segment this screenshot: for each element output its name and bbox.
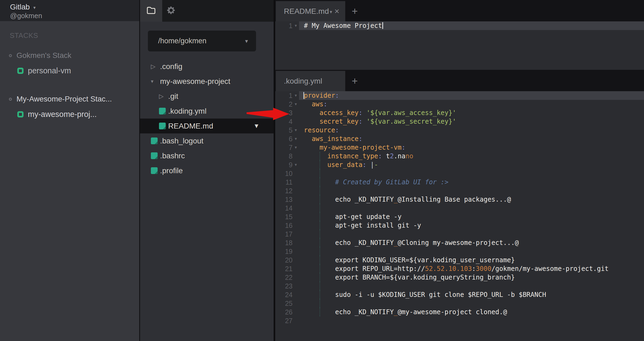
code-line[interactable]: 18 echo _KD_NOTIFY_@Cloning my-awesome-p…	[275, 238, 644, 247]
code-line[interactable]: 12	[275, 186, 644, 195]
fold-icon[interactable]: ▾	[293, 126, 299, 135]
new-tab-button[interactable]: +	[345, 1, 364, 21]
code-line[interactable]: 6▾ aws_instance:	[275, 135, 644, 143]
new-tab-button[interactable]: +	[345, 71, 364, 91]
code-line[interactable]: 27	[275, 316, 644, 325]
item-menu-caret-icon[interactable]: ▼	[253, 122, 260, 130]
tab-caret-icon[interactable]: ▾	[330, 8, 332, 15]
code-line[interactable]: 14	[275, 204, 644, 212]
fold-icon[interactable]: ▾	[293, 21, 299, 30]
line-code: apt-get install git -y	[299, 221, 644, 230]
code-token: aws	[312, 100, 323, 108]
code-line[interactable]: 5▾resource:	[275, 126, 644, 135]
code-line[interactable]: 22 export BRANCH=${var.koding_queryStrin…	[275, 273, 644, 282]
code-line[interactable]: 19	[275, 247, 644, 256]
indent-guide-line	[320, 290, 320, 299]
disclosure-icon[interactable]: ▷	[151, 63, 160, 70]
code-line[interactable]: 1▾# My Awesome Project	[275, 21, 644, 30]
code-line[interactable]: 24 sudo -i -u $KODING_USER git clone $RE…	[275, 290, 644, 299]
fold-icon[interactable]: ▾	[293, 100, 299, 109]
code-token: instance_type	[327, 152, 378, 160]
vm-item[interactable]: personal-vm	[0, 66, 139, 75]
code-line[interactable]: 26 echo _KD_NOTIFY_@my-awesome-project c…	[275, 308, 644, 316]
code-line[interactable]: 9▾ user_data: |-	[275, 160, 644, 169]
tree-item-label: .bashrc	[160, 152, 185, 160]
stack-title[interactable]: My-Awesome-Project Stac...	[0, 95, 139, 103]
line-gutter: 7▾	[275, 143, 299, 152]
code-line[interactable]: 23	[275, 282, 644, 290]
disclosure-icon[interactable]: ▾	[151, 78, 160, 84]
code-line[interactable]: 10	[275, 169, 644, 178]
line-number: 3	[289, 109, 293, 117]
line-code	[299, 204, 644, 212]
code-line[interactable]: 13 echo _KD_NOTIFY_@Installing Base pack…	[275, 195, 644, 204]
team-switcher[interactable]: Gitlab ▾ @gokmen	[0, 0, 139, 21]
files-tab[interactable]	[140, 0, 162, 22]
fold-icon[interactable]: ▾	[293, 160, 299, 169]
text-cursor	[303, 92, 304, 99]
fold-icon	[293, 247, 299, 256]
tree-item-label: .config	[160, 62, 182, 71]
code-line[interactable]: 4 secret_key: '${var.aws_secret_key}'	[275, 117, 644, 126]
close-icon[interactable]: ×	[334, 7, 339, 15]
line-number: 9	[289, 160, 293, 169]
koding-yml-editor[interactable]: 1▾provider:2▾ aws:3 access_key: '${var.a…	[275, 91, 644, 341]
code-token: my-awesome-project-vm	[320, 144, 401, 151]
disclosure-icon[interactable]: ▷	[159, 93, 168, 100]
fold-icon	[293, 273, 299, 282]
fold-icon[interactable]: ▾	[293, 91, 299, 100]
tree-item-bashrc[interactable]: .bashrc	[140, 148, 274, 163]
tree-item-label: .koding.yml	[168, 107, 207, 116]
code-line[interactable]: 1▾provider:	[275, 91, 644, 100]
chevron-down-icon: ▾	[245, 38, 248, 44]
fold-icon[interactable]: ▾	[293, 135, 299, 143]
tab-readme-md[interactable]: README.md ▾ ×	[276, 1, 345, 21]
code-token: :	[472, 265, 476, 273]
code-token: export BRANCH=${var.koding_queryString_b…	[304, 274, 515, 281]
stack-title[interactable]: Gokmen's Stack	[0, 51, 139, 60]
code-token: @Installing Base packages...@	[398, 196, 511, 203]
fold-icon	[293, 290, 299, 299]
code-token: :	[378, 152, 382, 160]
tree-item-my-awesome-project[interactable]: ▾my-awesome-project	[140, 74, 274, 89]
file-icon	[151, 167, 160, 174]
code-line[interactable]: 3 access_key: '${var.aws_access_key}'	[275, 109, 644, 117]
code-token: export KODING_USER=${var.koding_user_use…	[304, 256, 515, 264]
line-code: aws_instance:	[299, 135, 644, 143]
path-selector[interactable]: /home/gokmen ▾	[148, 31, 256, 51]
line-number: 1	[289, 21, 293, 30]
fold-icon	[293, 299, 299, 308]
line-code: apt-get update -y	[299, 212, 644, 221]
indent-guide-line	[320, 256, 320, 264]
stack-name: Gokmen's Stack	[16, 51, 71, 60]
tree-item-git[interactable]: ▷.git	[140, 89, 274, 104]
tree-item-config[interactable]: ▷.config	[140, 59, 274, 74]
code-line[interactable]: 11 # Created by GitLab UI for :>	[275, 178, 644, 186]
code-line[interactable]: 7▾ my-awesome-project-vm:	[275, 143, 644, 152]
fold-icon[interactable]: ▾	[293, 143, 299, 152]
line-code	[299, 186, 644, 195]
tree-item-profile[interactable]: .profile	[140, 163, 274, 178]
tab-koding-yml[interactable]: .koding.yml	[276, 71, 345, 91]
settings-button[interactable]	[162, 0, 180, 22]
tree-item-koding-yml[interactable]: .koding.yml	[140, 104, 274, 119]
code-line[interactable]: 2▾ aws:	[275, 100, 644, 109]
code-line[interactable]: 15 apt-get update -y	[275, 212, 644, 221]
tree-item-readme-md[interactable]: README.md▼	[140, 119, 274, 133]
code-token: echo _KD_NOTIFY	[304, 196, 394, 203]
code-line[interactable]: 17	[275, 230, 644, 238]
code-line[interactable]: 25	[275, 299, 644, 308]
readme-editor[interactable]: 1▾# My Awesome Project	[275, 21, 644, 70]
code-line[interactable]: 8 instance_type: t2.nano	[275, 152, 644, 160]
bottom-pane: .koding.yml + 1▾provider:2▾ aws:3 access…	[275, 70, 644, 341]
code-line[interactable]: 20 export KODING_USER=${var.koding_user_…	[275, 256, 644, 264]
code-token: :	[358, 135, 362, 143]
team-name: Gitlab	[10, 3, 30, 11]
code-line[interactable]: 21 export REPO_URL=http://52.52.10.103:3…	[275, 264, 644, 273]
code-line[interactable]: 16 apt-get install git -y	[275, 221, 644, 230]
indent-guide-line	[320, 299, 320, 308]
fold-icon	[293, 256, 299, 264]
line-code: access_key: '${var.aws_access_key}'	[299, 109, 644, 117]
tree-item-bash-logout[interactable]: .bash_logout	[140, 133, 274, 148]
vm-item[interactable]: my-awesome-proj...	[0, 110, 139, 119]
